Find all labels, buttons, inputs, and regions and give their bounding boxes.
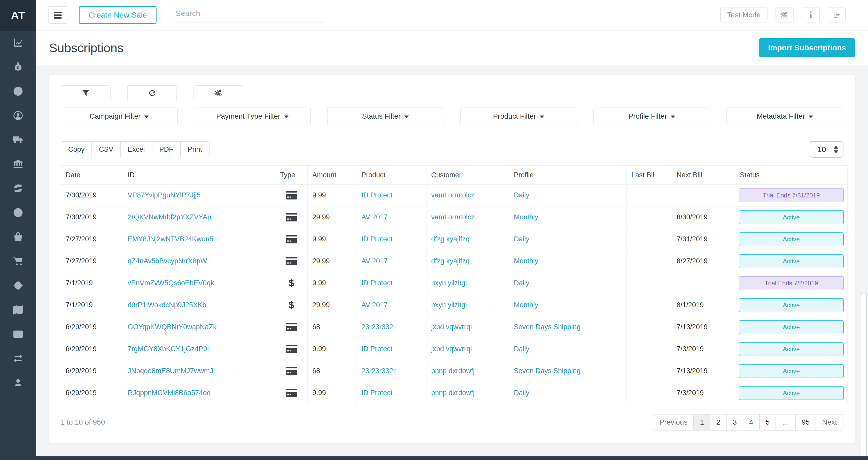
subscription-id-link[interactable]: 7rgMGY8XbKCY1jGz4P9L [128,345,211,353]
page-2-link[interactable]: 2 [710,414,727,431]
page-5-link[interactable]: 5 [759,414,776,431]
product-link[interactable]: ID Protect [362,235,393,243]
product-link[interactable]: AV 2017 [362,213,388,221]
column-header-type[interactable]: Type [275,166,308,184]
customer-link[interactable]: nxyn yiizitgi [431,279,467,287]
customer-link[interactable]: jxbd vqwvrrqi [431,323,472,331]
payment-type-filter-dropdown[interactable]: Payment Type Filter [194,108,311,125]
profile-link[interactable]: Seven Days Shipping [514,367,581,375]
product-link[interactable]: ID Protect [362,279,393,287]
profile-link[interactable]: Seven Days Shipping [514,323,581,331]
sidebar-item-envelope[interactable] [0,323,36,347]
import-subscriptions-button[interactable]: Import Subscriptions [759,38,855,57]
sidebar-item-shopping-cart[interactable] [0,250,36,274]
product-link[interactable]: AV 2017 [362,301,388,309]
campaign-filter-dropdown[interactable]: Campaign Filter [61,108,178,125]
spinner-arrows-icon[interactable] [834,146,838,153]
page-1-link[interactable]: 1 [693,414,710,431]
customer-link[interactable]: pnnp dxrdowfj [431,389,474,397]
sidebar-item-clock[interactable] [0,201,36,225]
column-header-next-bill[interactable]: Next Bill [672,166,735,184]
column-header-profile[interactable]: Profile [509,166,627,184]
subscription-id-link[interactable]: 2rQKVNwMrbf2pYXZVYAp [128,213,211,221]
profile-link[interactable]: Daily [514,279,529,287]
sidebar-item-globe[interactable] [0,80,36,104]
sidebar-item-money-bag[interactable]: $ [0,55,36,80]
app-logo[interactable]: AT [0,0,36,31]
cogs-button[interactable] [193,85,243,101]
filter-button[interactable] [61,85,111,101]
subscription-id-link[interactable]: RJqppnMGVMi8B6a574od [128,389,211,397]
sidebar-item-map[interactable] [0,298,36,323]
export-pdf-button[interactable]: PDF [152,141,181,157]
product-link[interactable]: ID Protect [362,389,393,397]
sidebar-item-exchange[interactable] [0,347,36,371]
profile-link[interactable]: Monthly [514,301,538,309]
product-filter-label: Product Filter [493,112,536,120]
column-header-product[interactable]: Product [357,166,427,184]
hamburger-menu-button[interactable] [48,6,67,24]
subscription-id-link[interactable]: VP87YvlpPguNYlP7Jjj5 [128,191,200,199]
sidebar-item-user[interactable] [0,371,36,395]
search-input[interactable] [175,7,324,23]
product-filter-dropdown[interactable]: Product Filter [460,108,577,125]
column-header-id[interactable]: ID [123,166,275,184]
sidebar-item-chart-line[interactable] [0,31,36,55]
customer-link[interactable]: dfzg kyajifzq [431,235,470,243]
status-filter-dropdown[interactable]: Status Filter [327,108,444,125]
customer-link[interactable]: nxyn yiizitgi [431,301,467,309]
customer-link[interactable]: jxbd vqwvrrqi [431,345,472,353]
sign-out-button[interactable] [828,7,846,23]
sidebar-item-bank[interactable] [0,152,36,177]
export-copy-button[interactable]: Copy [61,141,92,157]
column-header-customer[interactable]: Customer [427,166,509,184]
scrollbar-thumb[interactable] [861,293,867,460]
export-csv-button[interactable]: CSV [91,141,121,157]
subscription-id-link[interactable]: JNbqqo8mE8UmMJ7wwmJl [128,367,215,375]
export-excel-button[interactable]: Excel [120,141,152,157]
subscription-id-link[interactable]: GOYqpKWQBNtY0wapNaZk [128,323,216,331]
profile-link[interactable]: Monthly [514,213,538,221]
column-header-status[interactable]: Status [735,166,847,184]
product-link[interactable]: ID Protect [362,191,393,199]
profile-link[interactable]: Daily [514,191,529,199]
cogs-button[interactable] [776,7,794,23]
customer-link[interactable]: dfzg kyajifzq [431,257,470,265]
page-95-link[interactable]: 95 [795,414,816,431]
column-header-last-bill[interactable]: Last Bill [627,166,672,184]
page-previous-button[interactable]: Previous [653,414,694,431]
sidebar-item-truck[interactable] [0,128,36,152]
product-link[interactable]: 23r23r332r [362,367,396,375]
profile-link[interactable]: Monthly [514,257,538,265]
profile-filter-dropdown[interactable]: Profile Filter [593,108,710,125]
subscription-id-link[interactable]: d9rP1lWokdcNp9J25XKb [128,301,206,309]
product-link[interactable]: AV 2017 [362,257,388,265]
product-link[interactable]: ID Protect [362,345,393,353]
column-header-date[interactable]: Date [61,166,123,184]
profile-link[interactable]: Daily [514,345,529,353]
page-3-link[interactable]: 3 [726,414,743,431]
page-size-spinner[interactable]: 10 [810,141,843,158]
sidebar-item-shopping-bag[interactable] [0,225,36,250]
subscription-id-link[interactable]: vEnVmZvW5Qs6oEbEV0qk [128,279,214,287]
customer-link[interactable]: vamt ormtolcz [431,191,474,199]
page-next-button[interactable]: Next [815,414,843,431]
info-button[interactable]: i [802,7,820,23]
subscription-id-link[interactable]: qZ4nAv5bBvcypNrrX8pW [128,257,207,265]
column-header-amount[interactable]: Amount [308,166,357,184]
customer-link[interactable]: vamt ormtolcz [431,213,474,221]
sidebar-item-crosshairs[interactable] [0,274,36,298]
create-new-sale-button[interactable]: Create New Sale [79,6,157,24]
test-mode-button[interactable]: Test Mode [720,7,768,23]
page-4-link[interactable]: 4 [743,414,760,431]
export-print-button[interactable]: Print [180,141,210,157]
refresh-button[interactable] [127,85,177,101]
sidebar-item-user-circle[interactable] [0,104,36,128]
metadata-filter-dropdown[interactable]: Metadata Filter [726,108,843,125]
sidebar-item-sync[interactable] [0,177,36,201]
subscription-id-link[interactable]: EMY8JNj2wNTVB24Kwon5 [128,235,213,243]
customer-link[interactable]: pnnp dxrdowfj [431,367,474,375]
product-link[interactable]: 23r23r332r [362,323,396,331]
profile-link[interactable]: Daily [514,389,529,397]
profile-link[interactable]: Daily [514,235,529,243]
